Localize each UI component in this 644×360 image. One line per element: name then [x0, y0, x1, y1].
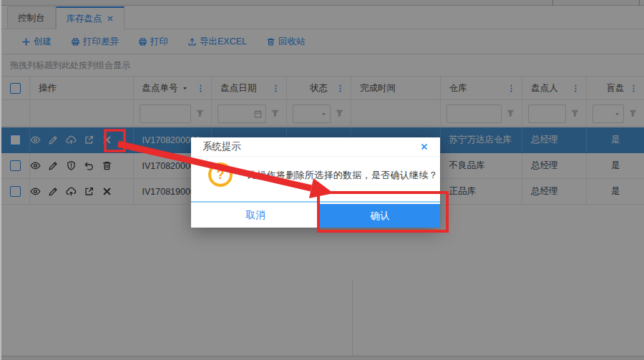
dialog-close-icon[interactable] [420, 142, 429, 151]
app-window: 控制台库存盘点 创建打印差异打印导出EXCEL回收站 拖拽列标题到此处按列组合显… [0, 0, 644, 360]
dialog-titlebar: 系统提示 [191, 137, 440, 157]
question-icon: ? [208, 162, 233, 187]
cancel-button[interactable]: 取消 [191, 203, 320, 228]
confirm-button[interactable]: 确认 [320, 203, 440, 228]
dialog-title: 系统提示 [203, 140, 241, 153]
confirm-dialog: 系统提示 ? 此操作将删除所选择的数据，是否确认继续？ 取消 确认 [191, 137, 440, 228]
dialog-message: 此操作将删除所选择的数据，是否确认继续？ [248, 169, 438, 182]
dialog-body: ? 此操作将删除所选择的数据，是否确认继续？ [191, 157, 440, 200]
dialog-footer: 取消 确认 [191, 201, 440, 228]
